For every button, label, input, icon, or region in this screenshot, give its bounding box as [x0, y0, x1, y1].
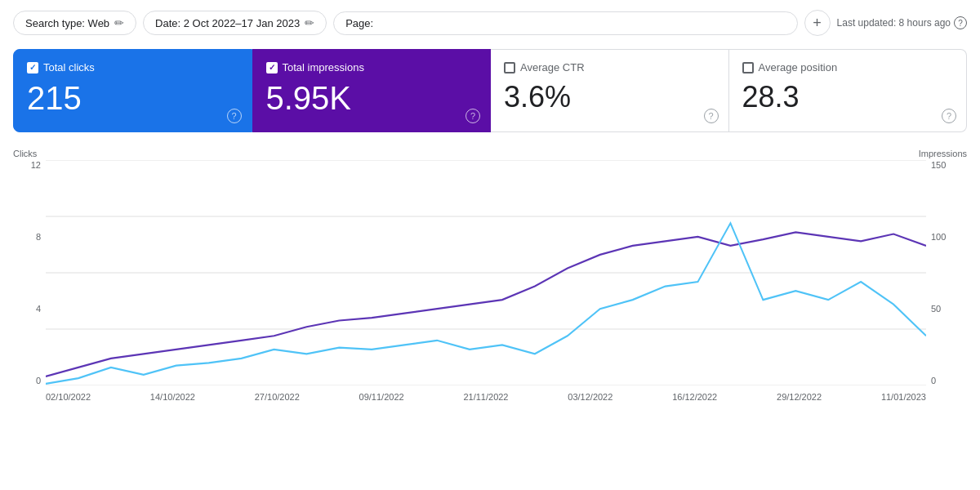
chart-container: Clicks Impressions 12 8 4 0	[13, 149, 967, 394]
average-position-checkbox[interactable]	[742, 62, 754, 74]
last-updated-help-icon[interactable]: ?	[954, 16, 967, 29]
average-ctr-checkbox[interactable]	[504, 62, 515, 74]
x-label-3: 09/11/2022	[359, 392, 404, 408]
left-tick-0: 0	[13, 376, 41, 385]
total-clicks-checkbox[interactable]: ✓	[27, 62, 38, 74]
left-y-axis: 12 8 4 0	[13, 160, 46, 405]
total-clicks-header: ✓ Total clicks	[27, 61, 238, 74]
x-label-2: 27/10/2022	[255, 392, 300, 408]
average-position-help-icon[interactable]: ?	[942, 109, 956, 123]
search-type-edit-icon[interactable]: ✏	[114, 16, 124, 29]
total-clicks-value: 215	[27, 80, 238, 117]
search-type-label: Search type: Web	[25, 17, 109, 29]
left-axis-title: Clicks	[13, 149, 37, 158]
total-impressions-label: Total impressions	[283, 61, 364, 74]
right-tick-100: 100	[931, 232, 967, 242]
search-type-filter[interactable]: Search type: Web ✏	[13, 11, 136, 35]
average-position-value: 28.3	[742, 80, 954, 114]
total-impressions-header: ✓ Total impressions	[266, 61, 478, 74]
total-clicks-help: ?	[227, 109, 242, 123]
impressions-line	[46, 232, 926, 376]
average-ctr-help-icon[interactable]: ?	[704, 109, 719, 123]
x-label-6: 16/12/2022	[672, 392, 717, 408]
left-tick-8: 8	[13, 232, 41, 242]
left-tick-4: 4	[13, 304, 41, 314]
clicks-line	[46, 223, 926, 384]
right-y-axis: 150 100 50 0	[926, 160, 967, 405]
left-tick-12: 12	[13, 160, 41, 170]
x-label-4: 21/11/2022	[463, 392, 508, 408]
average-position-card[interactable]: Average position 28.3 ?	[729, 49, 968, 132]
date-label: Date: 2 Oct 2022–17 Jan 2023	[155, 17, 300, 29]
right-tick-150: 150	[931, 160, 967, 170]
total-impressions-card[interactable]: ✓ Total impressions 5.95K ?	[252, 49, 492, 132]
axis-title-row: Clicks Impressions	[13, 149, 967, 158]
x-label-0: 02/10/2022	[46, 392, 91, 408]
x-label-8: 11/01/2023	[881, 392, 926, 408]
total-impressions-value: 5.95K	[266, 80, 478, 117]
x-label-5: 03/12/2022	[568, 392, 612, 408]
total-impressions-checkbox[interactable]: ✓	[266, 62, 278, 74]
total-clicks-card[interactable]: ✓ Total clicks 215 ?	[13, 49, 252, 132]
chart-svg	[46, 160, 926, 385]
date-filter[interactable]: Date: 2 Oct 2022–17 Jan 2023 ✏	[143, 11, 327, 35]
x-label-7: 29/12/2022	[777, 392, 822, 408]
main-container: Search type: Web ✏ Date: 2 Oct 2022–17 J…	[0, 0, 980, 490]
average-ctr-help: ?	[704, 109, 719, 123]
x-label-1: 14/10/2022	[150, 392, 195, 408]
average-ctr-label: Average CTR	[520, 61, 585, 74]
average-position-help: ?	[942, 109, 956, 123]
last-updated: Last updated: 8 hours ago ?	[837, 16, 967, 29]
page-filter[interactable]: Page:	[333, 11, 797, 35]
average-ctr-card[interactable]: Average CTR 3.6% ?	[491, 49, 729, 132]
metrics-row: ✓ Total clicks 215 ? ✓ Total impressions…	[13, 49, 967, 132]
chart-axes: 12 8 4 0	[13, 160, 967, 405]
total-impressions-help: ?	[466, 109, 480, 123]
average-ctr-value: 3.6%	[504, 80, 715, 114]
chart-inner: 02/10/2022 14/10/2022 27/10/2022 09/11/2…	[46, 160, 926, 405]
average-ctr-header: Average CTR	[504, 61, 715, 74]
total-clicks-help-icon[interactable]: ?	[227, 109, 242, 123]
page-label: Page:	[345, 17, 373, 29]
right-axis-title: Impressions	[919, 149, 967, 158]
date-edit-icon[interactable]: ✏	[305, 16, 314, 29]
average-position-header: Average position	[742, 61, 954, 74]
total-impressions-help-icon[interactable]: ?	[466, 109, 480, 123]
average-position-label: Average position	[759, 61, 838, 74]
x-axis-labels: 02/10/2022 14/10/2022 27/10/2022 09/11/2…	[46, 389, 926, 408]
total-clicks-label: Total clicks	[43, 61, 95, 74]
right-tick-0: 0	[931, 376, 967, 385]
add-filter-button[interactable]: +	[804, 10, 831, 36]
right-tick-50: 50	[931, 304, 967, 314]
filter-bar: Search type: Web ✏ Date: 2 Oct 2022–17 J…	[13, 10, 967, 36]
